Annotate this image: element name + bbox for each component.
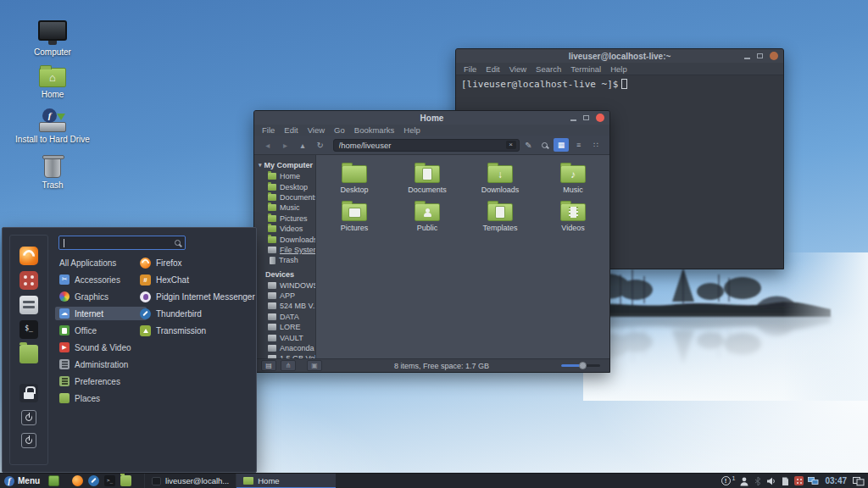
category-all-applications[interactable]: All Applications	[55, 256, 147, 269]
app-pidgin[interactable]: Pidgin Internet Messenger	[140, 291, 257, 302]
sidebar-item-downloads[interactable]: Downloads	[259, 234, 315, 244]
taskbar-window-terminal[interactable]: liveuser@localh...	[144, 474, 236, 488]
location-bar[interactable]: ×	[333, 139, 520, 152]
menu-file[interactable]: File	[464, 64, 476, 74]
sidebar-item-trash[interactable]: Trash	[259, 255, 315, 265]
search-button[interactable]	[537, 141, 551, 150]
expander-icon[interactable]: ▾	[259, 162, 262, 169]
firefox-launcher-icon[interactable]	[72, 475, 83, 486]
search-input[interactable]	[67, 238, 175, 248]
terminal-launcher-icon[interactable]	[104, 475, 115, 486]
files-launcher-icon[interactable]	[120, 475, 131, 486]
media-app-favorite-icon[interactable]	[19, 296, 38, 314]
sidebar-item-home[interactable]: Home	[259, 171, 315, 181]
sidebar-device-anaconda[interactable]: Anaconda	[259, 343, 315, 353]
volume-icon[interactable]	[766, 476, 776, 486]
clipboard-icon[interactable]	[781, 476, 790, 486]
maximize-button[interactable]	[583, 115, 589, 120]
browser-favorite-icon[interactable]	[19, 247, 38, 265]
desktop-icon-trash[interactable]: Trash	[12, 156, 93, 190]
logout-icon[interactable]	[21, 410, 36, 425]
category-accessories[interactable]: ✂Accessories	[55, 273, 147, 286]
app-firefox[interactable]: Firefox	[140, 257, 257, 269]
desktop-icon-install-to-hard-drive[interactable]: f Install to Hard Drive	[12, 108, 93, 144]
menu-button[interactable]: f Menu	[0, 474, 44, 488]
user-applet-icon[interactable]	[739, 476, 749, 486]
terminal-titlebar[interactable]: liveuser@localhost-live:~	[456, 49, 783, 63]
list-view-button[interactable]: ≡	[571, 138, 587, 152]
sidebar-device-windows[interactable]: WINDOWS	[259, 280, 315, 291]
sidebar-item-music[interactable]: Music	[259, 202, 315, 213]
menu-help[interactable]: Help	[403, 125, 420, 135]
category-graphics[interactable]: Graphics	[55, 290, 147, 303]
places-pane-toggle[interactable]: ▤	[261, 360, 276, 371]
desktop-icon-home[interactable]: ⌂ Home	[12, 68, 93, 99]
updates-applet-icon[interactable]	[794, 476, 804, 485]
terminal-favorite-icon[interactable]	[19, 320, 38, 339]
edit-location-button[interactable]: ✎	[522, 141, 536, 150]
back-button[interactable]: ◂	[260, 141, 275, 150]
app-thunderbird[interactable]: Thunderbird	[140, 308, 257, 319]
menu-edit[interactable]: Edit	[284, 125, 298, 135]
close-button[interactable]	[770, 52, 778, 60]
icon-view-button[interactable]: ▦	[554, 138, 569, 152]
refresh-button[interactable]: ↻	[313, 141, 328, 150]
package-manager-favorite-icon[interactable]	[19, 271, 38, 290]
category-administration[interactable]: Administration	[55, 358, 147, 371]
category-office[interactable]: Office	[55, 324, 147, 337]
tree-pane-toggle[interactable]: ⋔	[281, 360, 296, 371]
close-button[interactable]	[596, 114, 604, 122]
workspace-switcher-icon[interactable]	[853, 476, 865, 486]
sidebar-item-documents[interactable]: Documents	[259, 192, 315, 202]
menu-go[interactable]: Go	[334, 125, 345, 135]
folder-documents[interactable]: Documents	[391, 162, 464, 200]
notifications-icon[interactable]: !	[721, 476, 731, 485]
bluetooth-icon[interactable]	[754, 476, 762, 486]
clock[interactable]: 03:47	[825, 476, 847, 485]
desktop-icon-computer[interactable]: Computer	[12, 20, 93, 57]
sidebar-item-file-system[interactable]: File System	[259, 245, 315, 255]
folder-templates[interactable]: Templates	[464, 200, 537, 238]
minimize-button[interactable]	[570, 119, 576, 121]
sidebar-device-vault[interactable]: VAULT	[259, 332, 315, 342]
menu-terminal[interactable]: Terminal	[570, 64, 601, 74]
show-desktop-icon[interactable]	[48, 475, 59, 486]
shutdown-icon[interactable]	[21, 433, 36, 448]
zoom-slider[interactable]	[561, 364, 600, 367]
folder-pictures[interactable]: Pictures	[318, 200, 391, 238]
menu-search-box[interactable]	[58, 236, 186, 250]
folder-view[interactable]: Desktop Documents ↓ Downloads ♪ Music Pi…	[316, 155, 609, 358]
app-transmission[interactable]: Transmission	[140, 324, 257, 336]
location-input[interactable]	[339, 141, 506, 150]
sidebar-device-app[interactable]: APP	[259, 291, 315, 301]
up-button[interactable]: ▴	[295, 141, 310, 150]
menu-help[interactable]: Help	[610, 64, 627, 74]
thunderbird-launcher-icon[interactable]	[88, 475, 99, 486]
sidebar-item-pictures[interactable]: Pictures	[259, 214, 315, 224]
file-manager-titlebar[interactable]: Home	[254, 111, 609, 125]
forward-button[interactable]: ▸	[278, 141, 293, 150]
category-sound-video[interactable]: ▶Sound & Video	[55, 341, 147, 354]
sidebar-device-data[interactable]: DATA	[259, 312, 315, 322]
folder-music[interactable]: ♪ Music	[537, 162, 609, 200]
sidebar-device-lore[interactable]: LORE	[259, 322, 315, 332]
toggle-sidebar-button[interactable]: ▣	[307, 360, 322, 371]
lock-screen-icon[interactable]	[19, 384, 38, 402]
sidebar-device-524mb-volume[interactable]: 524 MB V...	[259, 301, 315, 311]
menu-edit[interactable]: Edit	[486, 64, 499, 74]
category-preferences[interactable]: Preferences	[55, 374, 147, 388]
clear-location-icon[interactable]: ×	[506, 141, 516, 149]
folder-downloads[interactable]: ↓ Downloads	[464, 162, 537, 200]
menu-search[interactable]: Search	[536, 64, 561, 74]
minimize-button[interactable]	[744, 58, 750, 59]
menu-bookmarks[interactable]: Bookmarks	[354, 125, 395, 135]
compact-view-button[interactable]: ∷	[588, 138, 604, 152]
folder-videos[interactable]: Videos	[537, 200, 609, 238]
sidebar-section-header[interactable]: ▾ My Computer	[259, 159, 315, 171]
app-hexchat[interactable]: #HexChat	[140, 274, 257, 286]
taskbar-window-home[interactable]: Home	[236, 474, 336, 488]
folder-desktop[interactable]: Desktop	[318, 162, 391, 200]
category-internet[interactable]: ☁Internet	[55, 307, 147, 320]
menu-view[interactable]: View	[308, 125, 325, 135]
maximize-button[interactable]	[757, 53, 763, 58]
